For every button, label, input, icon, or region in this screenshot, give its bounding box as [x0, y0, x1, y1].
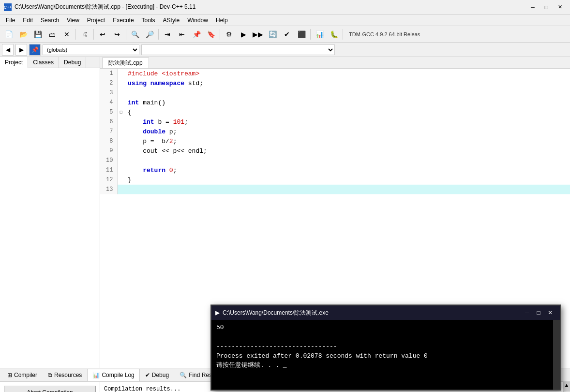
- minimize-button[interactable]: ─: [526, 2, 539, 12]
- abort-compilation-button[interactable]: Abort Compilation: [4, 386, 96, 392]
- tab-resources[interactable]: ⧉ Resources: [43, 369, 87, 381]
- exec-line-4: Process exited after 0.02078 seconds wit…: [216, 351, 555, 361]
- panel-tab-classes[interactable]: Classes: [28, 57, 59, 68]
- tb-profile[interactable]: 📊: [313, 28, 326, 41]
- tb-sep6: [310, 29, 311, 40]
- tab-debug[interactable]: ✔ Debug: [140, 369, 174, 381]
- menu-execute[interactable]: Execute: [109, 15, 137, 26]
- exec-window: ▶ C:\Users\Wang\Documents\除法测试.exe ─ □ ✕…: [210, 305, 561, 391]
- code-2[interactable]: using namespace std;: [125, 78, 570, 88]
- compile-log-icon: 📊: [92, 372, 100, 378]
- code-12[interactable]: }: [125, 175, 570, 185]
- menu-astyle[interactable]: AStyle: [159, 15, 184, 26]
- nav-back-btn[interactable]: ◀: [2, 44, 14, 56]
- exec-line-3: --------------------------------: [216, 342, 555, 351]
- code-3[interactable]: [125, 88, 570, 98]
- tab-compiler[interactable]: ⊞ Compiler: [2, 369, 43, 381]
- tb-rebuild[interactable]: 🔄: [266, 28, 279, 41]
- exec-body: 50 -------------------------------- Proc…: [211, 320, 560, 390]
- exec-line-2: [216, 333, 555, 342]
- tb-find[interactable]: 🔍: [128, 28, 142, 41]
- code-11[interactable]: return 0;: [125, 165, 570, 175]
- tb-check[interactable]: ✔: [280, 28, 294, 41]
- close-button[interactable]: ✕: [554, 2, 566, 12]
- tb-save[interactable]: 💾: [31, 28, 45, 41]
- line-num-11: 11: [100, 165, 117, 175]
- tb-print[interactable]: 🖨: [78, 28, 91, 41]
- code-line-10: 10: [100, 156, 570, 165]
- code-line-2: 2 using namespace std;: [100, 78, 570, 88]
- code-line-1: 1 #include <iostream>: [100, 69, 570, 78]
- fold-marker-5[interactable]: ⊟: [117, 107, 125, 117]
- find-results-icon: 🔍: [180, 372, 187, 378]
- tb-find-next[interactable]: 🔎: [143, 28, 156, 41]
- code-7[interactable]: double p;: [125, 127, 570, 136]
- fold-1: [117, 69, 125, 78]
- menu-search[interactable]: Search: [37, 15, 63, 26]
- code-line-5: 5 ⊟ {: [100, 107, 570, 117]
- globals-dropdown[interactable]: (globals): [43, 44, 139, 55]
- tb-close[interactable]: ✕: [60, 28, 74, 41]
- menu-view[interactable]: View: [63, 15, 83, 26]
- tb-undo[interactable]: ↩: [96, 28, 109, 41]
- code-6[interactable]: int b = 101;: [125, 117, 570, 127]
- tab-compile-log[interactable]: 📊 Compile Log: [87, 369, 139, 381]
- tb-sep3: [126, 29, 126, 40]
- code-9[interactable]: cout << p<< endl;: [125, 146, 570, 156]
- nav-forward-btn[interactable]: ▶: [15, 44, 27, 56]
- exec-window-title: C:\Users\Wang\Documents\除法测试.exe: [223, 309, 521, 317]
- menu-file[interactable]: File: [2, 15, 19, 26]
- line-num-3: 3: [100, 88, 117, 98]
- maximize-button[interactable]: □: [540, 2, 553, 12]
- function-dropdown[interactable]: [141, 44, 335, 55]
- tb-unindent[interactable]: ⇤: [175, 28, 189, 41]
- tb-save-all[interactable]: 🗃: [45, 28, 59, 41]
- tb-toggle-bookmark[interactable]: 📌: [190, 28, 203, 41]
- compiler-tab-label: Compiler: [14, 372, 37, 378]
- window-controls: ─ □ ✕: [526, 2, 566, 12]
- tb-indent[interactable]: ⇥: [161, 28, 174, 41]
- code-5[interactable]: {: [125, 107, 570, 117]
- tb-new[interactable]: 📄: [2, 28, 15, 41]
- tb-compile[interactable]: ⚙: [222, 28, 236, 41]
- line-num-12: 12: [100, 175, 117, 185]
- left-panel-content: [0, 68, 100, 368]
- tb-open[interactable]: 📂: [16, 28, 30, 41]
- compiler-label: TDM-GCC 4.9.2 64-bit Releas: [345, 30, 424, 38]
- code-line-8: 8 p = b/2;: [100, 136, 570, 146]
- menu-tools[interactable]: Tools: [138, 15, 159, 26]
- tb-stop[interactable]: ⬛: [295, 28, 308, 41]
- exec-title-icon: ▶: [215, 309, 220, 316]
- tb-debug[interactable]: 🐛: [327, 28, 341, 41]
- code-4[interactable]: int main(): [125, 98, 570, 107]
- panel-tab-project[interactable]: Project: [0, 57, 28, 68]
- panel-tab-debug[interactable]: Debug: [59, 57, 86, 68]
- editor-tab-file[interactable]: 除法测试.cpp: [102, 58, 149, 68]
- menu-help[interactable]: Help: [212, 15, 232, 26]
- code-10[interactable]: [125, 156, 570, 165]
- compiler-tab-icon: ⊞: [7, 372, 12, 378]
- menu-window[interactable]: Window: [183, 15, 212, 26]
- tb-compile-run[interactable]: ▶▶: [251, 28, 265, 41]
- code-line-9: 9 cout << p<< endl;: [100, 146, 570, 156]
- tb-toggle-all-bookmarks[interactable]: 🔖: [204, 28, 218, 41]
- main-toolbar: 📄 📂 💾 🗃 ✕ 🖨 ↩ ↪ 🔍 🔎 ⇥ ⇤ 📌 🔖 ⚙ ▶ ▶▶ 🔄 ✔ ⬛…: [0, 26, 570, 43]
- exec-scrollbar[interactable]: [553, 320, 560, 390]
- exec-close-btn[interactable]: ✕: [544, 308, 556, 318]
- code-1[interactable]: #include <iostream>: [125, 69, 570, 78]
- tb-run[interactable]: ▶: [237, 28, 250, 41]
- line-num-10: 10: [100, 156, 117, 165]
- tb-sep1: [75, 29, 76, 40]
- line-num-2: 2: [100, 78, 117, 88]
- tb-redo[interactable]: ↪: [110, 28, 124, 41]
- tb-sep4: [158, 29, 159, 40]
- nav-pin-btn[interactable]: 📌: [29, 44, 41, 56]
- compile-log-label: Compile Log: [102, 372, 134, 378]
- menu-edit[interactable]: Edit: [19, 15, 37, 26]
- exec-maximize-btn[interactable]: □: [533, 308, 544, 318]
- resources-tab-label: Resources: [54, 372, 82, 378]
- code-8[interactable]: p = b/2;: [125, 136, 570, 146]
- compile-output-scrollbar[interactable]: ▲ ▼: [563, 382, 570, 392]
- exec-minimize-btn[interactable]: ─: [521, 308, 533, 318]
- menu-project[interactable]: Project: [83, 15, 109, 26]
